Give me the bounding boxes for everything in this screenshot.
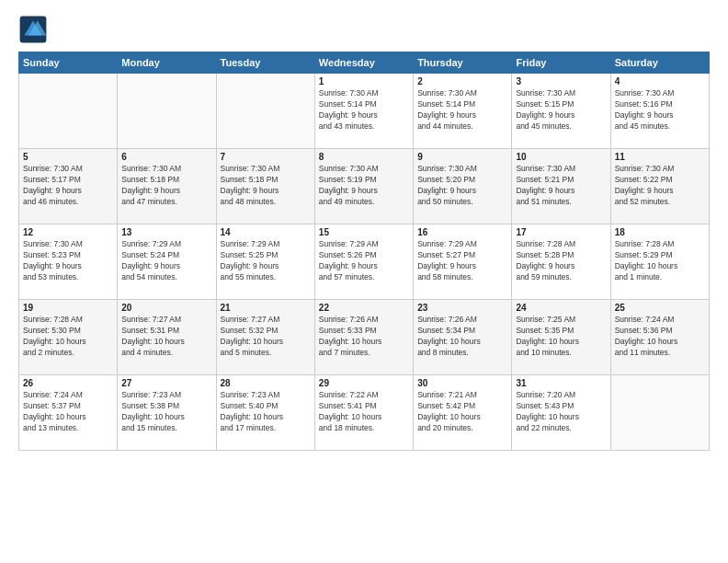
calendar-cell: 14Sunrise: 7:29 AM Sunset: 5:25 PM Dayli… (216, 224, 314, 300)
day-info: Sunrise: 7:24 AM Sunset: 5:36 PM Dayligh… (615, 315, 705, 359)
calendar-cell: 12Sunrise: 7:30 AM Sunset: 5:23 PM Dayli… (19, 224, 118, 300)
day-number: 24 (516, 303, 606, 313)
calendar-cell: 21Sunrise: 7:27 AM Sunset: 5:32 PM Dayli… (216, 300, 314, 375)
day-info: Sunrise: 7:24 AM Sunset: 5:37 PM Dayligh… (23, 390, 113, 434)
calendar-week-4: 19Sunrise: 7:28 AM Sunset: 5:30 PM Dayli… (19, 300, 710, 375)
calendar-header-friday: Friday (512, 52, 610, 74)
calendar-cell: 15Sunrise: 7:29 AM Sunset: 5:26 PM Dayli… (314, 224, 413, 300)
calendar-cell: 6Sunrise: 7:30 AM Sunset: 5:18 PM Daylig… (118, 149, 216, 224)
day-number: 13 (121, 227, 211, 237)
day-number: 28 (221, 378, 311, 388)
day-info: Sunrise: 7:30 AM Sunset: 5:17 PM Dayligh… (23, 164, 113, 208)
calendar-cell: 22Sunrise: 7:26 AM Sunset: 5:33 PM Dayli… (314, 300, 413, 375)
calendar-cell (216, 74, 314, 149)
calendar-cell: 30Sunrise: 7:21 AM Sunset: 5:42 PM Dayli… (414, 375, 512, 451)
day-info: Sunrise: 7:30 AM Sunset: 5:14 PM Dayligh… (319, 88, 409, 132)
page: SundayMondayTuesdayWednesdayThursdayFrid… (0, 0, 728, 563)
calendar-cell: 9Sunrise: 7:30 AM Sunset: 5:20 PM Daylig… (414, 149, 512, 224)
calendar-cell: 23Sunrise: 7:26 AM Sunset: 5:34 PM Dayli… (414, 300, 512, 375)
day-info: Sunrise: 7:30 AM Sunset: 5:18 PM Dayligh… (121, 164, 211, 208)
day-number: 15 (319, 227, 409, 237)
day-number: 14 (221, 227, 311, 237)
calendar-cell: 27Sunrise: 7:23 AM Sunset: 5:38 PM Dayli… (118, 375, 216, 451)
day-number: 21 (221, 303, 311, 313)
header (18, 15, 710, 44)
day-info: Sunrise: 7:26 AM Sunset: 5:33 PM Dayligh… (319, 315, 409, 359)
calendar-cell: 5Sunrise: 7:30 AM Sunset: 5:17 PM Daylig… (19, 149, 118, 224)
day-number: 18 (615, 227, 705, 237)
calendar-cell: 4Sunrise: 7:30 AM Sunset: 5:16 PM Daylig… (610, 74, 709, 149)
calendar-week-2: 5Sunrise: 7:30 AM Sunset: 5:17 PM Daylig… (19, 149, 710, 224)
day-number: 30 (417, 378, 507, 388)
day-info: Sunrise: 7:22 AM Sunset: 5:41 PM Dayligh… (319, 390, 409, 434)
calendar-header-saturday: Saturday (610, 52, 709, 74)
calendar-cell: 1Sunrise: 7:30 AM Sunset: 5:14 PM Daylig… (314, 74, 413, 149)
day-number: 4 (615, 76, 705, 86)
calendar-cell (19, 74, 118, 149)
calendar-cell: 20Sunrise: 7:27 AM Sunset: 5:31 PM Dayli… (118, 300, 216, 375)
calendar-header-thursday: Thursday (414, 52, 512, 74)
day-number: 11 (615, 152, 705, 162)
day-number: 5 (23, 152, 113, 162)
day-info: Sunrise: 7:30 AM Sunset: 5:20 PM Dayligh… (417, 164, 507, 208)
day-info: Sunrise: 7:30 AM Sunset: 5:15 PM Dayligh… (516, 88, 606, 132)
calendar-cell: 19Sunrise: 7:28 AM Sunset: 5:30 PM Dayli… (19, 300, 118, 375)
day-info: Sunrise: 7:23 AM Sunset: 5:38 PM Dayligh… (121, 390, 211, 434)
day-info: Sunrise: 7:20 AM Sunset: 5:43 PM Dayligh… (516, 390, 606, 434)
calendar-header-row: SundayMondayTuesdayWednesdayThursdayFrid… (19, 52, 710, 74)
calendar-week-5: 26Sunrise: 7:24 AM Sunset: 5:37 PM Dayli… (19, 375, 710, 451)
day-number: 25 (615, 303, 705, 313)
calendar-cell: 2Sunrise: 7:30 AM Sunset: 5:14 PM Daylig… (414, 74, 512, 149)
day-number: 20 (121, 303, 211, 313)
day-number: 10 (516, 152, 606, 162)
calendar-header-wednesday: Wednesday (314, 52, 413, 74)
calendar-week-3: 12Sunrise: 7:30 AM Sunset: 5:23 PM Dayli… (19, 224, 710, 300)
calendar-cell (610, 375, 709, 451)
day-info: Sunrise: 7:28 AM Sunset: 5:29 PM Dayligh… (615, 239, 705, 283)
day-number: 7 (221, 152, 311, 162)
day-info: Sunrise: 7:29 AM Sunset: 5:24 PM Dayligh… (121, 239, 211, 283)
day-number: 8 (319, 152, 409, 162)
calendar-cell: 28Sunrise: 7:23 AM Sunset: 5:40 PM Dayli… (216, 375, 314, 451)
logo-icon (18, 15, 48, 44)
day-info: Sunrise: 7:30 AM Sunset: 5:21 PM Dayligh… (516, 164, 606, 208)
calendar-cell: 11Sunrise: 7:30 AM Sunset: 5:22 PM Dayli… (610, 149, 709, 224)
day-info: Sunrise: 7:29 AM Sunset: 5:26 PM Dayligh… (319, 239, 409, 283)
day-info: Sunrise: 7:30 AM Sunset: 5:16 PM Dayligh… (615, 88, 705, 132)
day-number: 27 (121, 378, 211, 388)
day-number: 12 (23, 227, 113, 237)
day-number: 16 (417, 227, 507, 237)
calendar-cell (118, 74, 216, 149)
calendar-header-monday: Monday (118, 52, 216, 74)
calendar-cell: 29Sunrise: 7:22 AM Sunset: 5:41 PM Dayli… (314, 375, 413, 451)
day-info: Sunrise: 7:23 AM Sunset: 5:40 PM Dayligh… (221, 390, 311, 434)
calendar-cell: 7Sunrise: 7:30 AM Sunset: 5:18 PM Daylig… (216, 149, 314, 224)
calendar-cell: 16Sunrise: 7:29 AM Sunset: 5:27 PM Dayli… (414, 224, 512, 300)
day-info: Sunrise: 7:28 AM Sunset: 5:28 PM Dayligh… (516, 239, 606, 283)
calendar-cell: 10Sunrise: 7:30 AM Sunset: 5:21 PM Dayli… (512, 149, 610, 224)
day-info: Sunrise: 7:30 AM Sunset: 5:22 PM Dayligh… (615, 164, 705, 208)
day-number: 19 (23, 303, 113, 313)
day-info: Sunrise: 7:29 AM Sunset: 5:27 PM Dayligh… (417, 239, 507, 283)
day-info: Sunrise: 7:27 AM Sunset: 5:32 PM Dayligh… (221, 315, 311, 359)
calendar-table: SundayMondayTuesdayWednesdayThursdayFrid… (18, 52, 710, 451)
day-info: Sunrise: 7:30 AM Sunset: 5:19 PM Dayligh… (319, 164, 409, 208)
day-info: Sunrise: 7:28 AM Sunset: 5:30 PM Dayligh… (23, 315, 113, 359)
day-number: 1 (319, 76, 409, 86)
day-number: 2 (417, 76, 507, 86)
calendar-cell: 31Sunrise: 7:20 AM Sunset: 5:43 PM Dayli… (512, 375, 610, 451)
calendar-cell: 8Sunrise: 7:30 AM Sunset: 5:19 PM Daylig… (314, 149, 413, 224)
calendar-cell: 17Sunrise: 7:28 AM Sunset: 5:28 PM Dayli… (512, 224, 610, 300)
day-info: Sunrise: 7:29 AM Sunset: 5:25 PM Dayligh… (221, 239, 311, 283)
day-number: 26 (23, 378, 113, 388)
day-number: 31 (516, 378, 606, 388)
calendar-cell: 18Sunrise: 7:28 AM Sunset: 5:29 PM Dayli… (610, 224, 709, 300)
calendar-cell: 26Sunrise: 7:24 AM Sunset: 5:37 PM Dayli… (19, 375, 118, 451)
logo (18, 15, 53, 44)
day-info: Sunrise: 7:21 AM Sunset: 5:42 PM Dayligh… (417, 390, 507, 434)
day-info: Sunrise: 7:25 AM Sunset: 5:35 PM Dayligh… (516, 315, 606, 359)
day-number: 23 (417, 303, 507, 313)
calendar-cell: 24Sunrise: 7:25 AM Sunset: 5:35 PM Dayli… (512, 300, 610, 375)
calendar-header-sunday: Sunday (19, 52, 118, 74)
calendar-header-tuesday: Tuesday (216, 52, 314, 74)
